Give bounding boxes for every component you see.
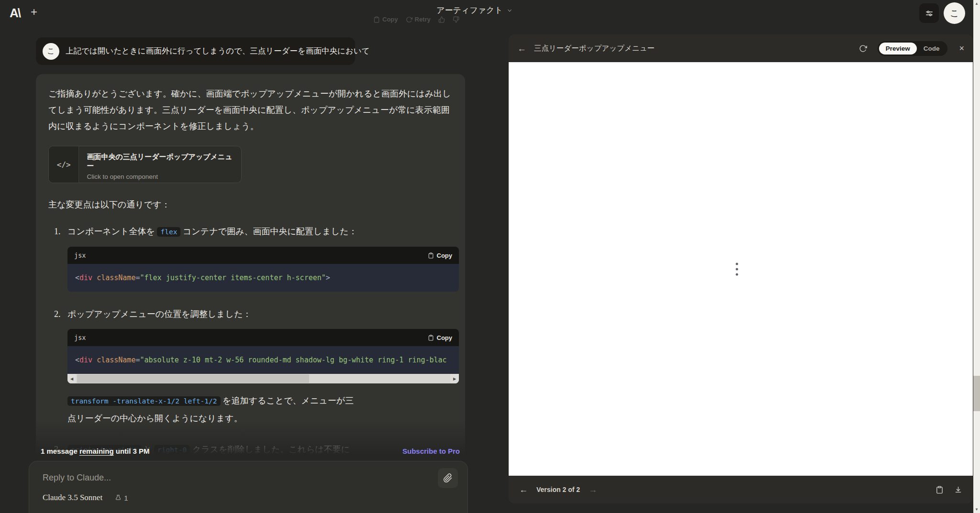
artifact-panel-footer: ← Version 2 of 2 → [509, 476, 973, 503]
model-selector[interactable]: Claude 3.5 Sonnet 1 [43, 493, 128, 502]
code-language-label: jsx [74, 334, 86, 341]
paperclip-icon [443, 473, 453, 483]
retry-label: Retry [415, 16, 431, 23]
footer-actions [935, 486, 962, 494]
code-content: <div className="absolute z-10 mt-2 w-56 … [67, 346, 459, 374]
inline-code-flex: flex [157, 227, 180, 237]
code-token: div [79, 356, 92, 364]
artifact-card[interactable]: </> 画面中央の三点リーダーポップアップメニュー Click to open … [48, 146, 242, 183]
scroll-left-arrow[interactable]: ◀ [67, 374, 76, 383]
tab-preview[interactable]: Preview [879, 43, 917, 55]
new-chat-button[interactable]: + [31, 6, 37, 18]
list-number: 1. [54, 223, 61, 240]
anthropic-logo: A\ [10, 6, 20, 21]
clipboard-icon [428, 335, 434, 341]
code-token: div [79, 273, 92, 282]
code-token: > [326, 273, 330, 282]
artifact-card-body: 画面中央の三点リーダーポップアップメニュー Click to open comp… [79, 146, 241, 183]
composer: Claude 3.5 Sonnet 1 [29, 461, 468, 513]
scrollbar-track[interactable] [76, 374, 450, 383]
message-counter: 1 [115, 494, 128, 502]
next-version-button[interactable]: → [589, 485, 597, 495]
code-token [92, 356, 97, 364]
kebab-dot [736, 262, 738, 265]
scroll-right-arrow[interactable]: ▶ [450, 374, 459, 383]
conversation-title: アーティファクト [436, 5, 503, 16]
copy-artifact-icon[interactable] [935, 486, 944, 494]
artifact-card-subtitle: Click to open component [87, 173, 234, 180]
list-item-text: ポップアップメニューの位置を調整しました： [67, 309, 251, 319]
copy-button-faded[interactable]: Copy [373, 16, 398, 23]
code-token: className [97, 356, 135, 364]
clipboard-icon [373, 16, 380, 23]
kebab-menu-button[interactable] [736, 262, 738, 275]
code-token: "flex justify-center items-center h-scre… [140, 273, 325, 282]
assistant-message: ご指摘ありがとうございます。確かに、画面端でポップアップメニューが開かれると画面… [36, 74, 465, 461]
code-token [92, 273, 97, 282]
sliders-icon [925, 9, 934, 18]
horizontal-scrollbar[interactable]: ◀ ▶ [67, 374, 459, 383]
code-copy-button[interactable]: Copy [428, 252, 453, 259]
panel-back-button[interactable]: ← [517, 44, 526, 53]
code-token: < [75, 356, 79, 364]
list-item-text: コンポーネント全体を [67, 227, 157, 236]
retry-button-faded[interactable]: Retry [406, 16, 431, 23]
inline-code-transform: transform -translate-x-1/2 left-1/2 [67, 396, 221, 406]
conversation-title-dropdown[interactable]: アーティファクト [436, 5, 512, 16]
refresh-icon[interactable] [859, 44, 867, 53]
scroll-down-arrow[interactable]: ▼ [973, 507, 980, 512]
code-content: <div className="flex justify-center item… [67, 264, 459, 292]
scrollbar-thumb[interactable] [973, 376, 980, 411]
message-actions-faded: Copy Retry [373, 16, 459, 23]
explanation-paragraph: transform -translate-x-1/2 left-1/2 を追加す… [67, 392, 359, 427]
status-remaining-link[interactable]: remaining [79, 447, 114, 455]
beaker-icon [115, 494, 122, 501]
previous-version-button[interactable]: ← [519, 485, 528, 495]
list-item-text: コンテナで囲み、画面中央に配置しました： [180, 227, 357, 236]
artifact-preview-canvas [509, 62, 973, 476]
list-item-2: 2. ポップアップメニューの位置を調整しました： [48, 306, 453, 322]
user-avatar: こ [43, 43, 59, 60]
status-row: 1 message remaining until 3 PM Subscribe… [41, 447, 460, 455]
scrollbar-thumb[interactable] [77, 374, 309, 383]
status-text: until 3 PM [114, 447, 150, 455]
scroll-up-arrow[interactable]: ▲ [973, 1, 980, 6]
download-icon[interactable] [954, 486, 962, 494]
code-token: className [97, 273, 135, 282]
code-slash-icon: </> [49, 146, 79, 183]
preview-code-toggle[interactable]: Preview Code [878, 41, 948, 56]
settings-sliders-button[interactable] [919, 3, 939, 23]
artifact-card-title: 画面中央の三点リーダーポップアップメニュー [87, 153, 234, 171]
code-block-2: jsx Copy <div className="absolute z-10 m… [67, 329, 459, 383]
code-block-1: jsx Copy <div className="flex justify-ce… [67, 247, 459, 292]
thumbs-up-icon[interactable] [438, 16, 445, 23]
thumbs-down-icon[interactable] [453, 16, 459, 23]
code-block-header: jsx Copy [67, 247, 459, 264]
kebab-dot [736, 268, 738, 270]
code-block-header: jsx Copy [67, 329, 459, 346]
user-message-text: 上記では開いたときに画面外に行ってしまうので、三点リーダーを画面中央において [66, 46, 370, 56]
code-language-label: jsx [74, 251, 86, 259]
artifact-panel: ← 三点リーダーポップアップメニュー Preview Code × ← Vers… [509, 34, 973, 503]
account-avatar[interactable]: こ [944, 2, 965, 24]
user-message: こ 上記では開いたときに画面外に行ってしまうので、三点リーダーを画面中央において [36, 37, 355, 65]
tab-code[interactable]: Code [917, 43, 947, 55]
close-icon[interactable]: × [959, 44, 964, 54]
list-number: 2. [54, 306, 61, 322]
list-item-1: 1. コンポーネント全体を flex コンテナで囲み、画面中央に配置しました： [48, 223, 453, 240]
clipboard-icon [428, 252, 434, 259]
code-token: "absolute z-10 mt-2 w-56 rounded-md shad… [140, 356, 446, 364]
artifact-panel-header: ← 三点リーダーポップアップメニュー Preview Code × [509, 34, 973, 62]
reply-input[interactable] [43, 473, 378, 483]
subscribe-to-pro-link[interactable]: Subscribe to Pro [402, 447, 460, 455]
copy-label: Copy [382, 16, 398, 23]
page-scrollbar[interactable]: ▲ ▼ [973, 0, 980, 513]
copy-label: Copy [437, 334, 453, 341]
message-limit-status: 1 message remaining until 3 PM [41, 447, 150, 455]
code-copy-button[interactable]: Copy [428, 334, 453, 341]
attach-file-button[interactable] [438, 468, 458, 488]
assistant-intro-paragraph: ご指摘ありがとうございます。確かに、画面端でポップアップメニューが開かれると画面… [48, 86, 453, 134]
model-name: Claude 3.5 Sonnet [43, 493, 102, 502]
version-navigation: ← Version 2 of 2 → [519, 485, 597, 495]
counter-value: 1 [124, 494, 128, 502]
